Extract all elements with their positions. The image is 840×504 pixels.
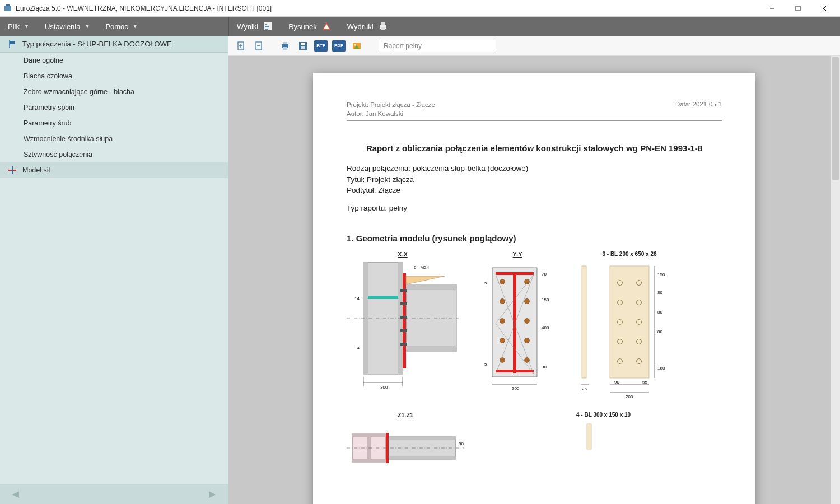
nav-prev-icon[interactable]: ◄ [10, 488, 21, 501]
tab-wydruki-label: Wydruki [347, 22, 374, 31]
svg-text:26: 26 [582, 386, 587, 391]
svg-rect-117 [587, 424, 591, 449]
sidebar-item-label: Blacha czołowa [24, 72, 72, 80]
export-rtf-button[interactable]: RTF [314, 39, 328, 53]
sidebar: Typ połączenia - SŁUP-BELKA DOCZOŁOWE Da… [0, 36, 228, 504]
drawings-row-2: Z1-Z1 [347, 412, 722, 468]
scrollbar-thumb[interactable] [832, 57, 839, 180]
svg-text:160: 160 [657, 366, 665, 371]
sidebar-item-label: Wzmocnienie środnika słupa [24, 135, 113, 143]
svg-rect-45 [400, 329, 407, 332]
sidebar-item-parametry-spoin[interactable]: Parametry spoin [0, 100, 228, 115]
close-button[interactable] [811, 0, 837, 17]
menu-pomoc-label: Pomoc [105, 22, 128, 31]
vertical-scrollbar[interactable] [831, 56, 840, 504]
nav-next-icon[interactable]: ► [207, 488, 218, 501]
content-area: RTF PDF Raport pełny Projekt: Projekt zł… [228, 36, 840, 504]
svg-rect-16 [10, 41, 15, 44]
svg-rect-18 [12, 166, 13, 174]
save-button[interactable] [296, 39, 310, 53]
svg-point-66 [525, 338, 530, 343]
svg-rect-39 [406, 346, 456, 352]
svg-rect-114 [389, 456, 456, 459]
menu-pomoc[interactable]: Pomoc▼ [97, 17, 145, 36]
date-line: Data: 2021-05-1 [675, 101, 722, 118]
svg-text:200: 200 [581, 430, 582, 438]
svg-text:80: 80 [657, 310, 662, 315]
preview-canvas[interactable]: Projekt: Projekt złącza - Złącze Autor: … [228, 56, 840, 504]
svg-rect-108 [352, 434, 386, 437]
sidebar-item-dane-ogolne[interactable]: Dane ogólne [0, 53, 228, 68]
svg-point-63 [500, 319, 505, 324]
svg-text:55: 55 [642, 380, 647, 385]
minimize-button[interactable] [759, 0, 785, 17]
sidebar-item-label: Żebro wzmacniające górne - blacha [24, 88, 134, 96]
sidebar-item-label: Parametry spoin [24, 104, 74, 111]
sidebar-header[interactable]: Typ połączenia - SŁUP-BELKA DOCZOŁOWE [0, 36, 228, 53]
svg-point-31 [354, 44, 356, 45]
svg-text:14: 14 [354, 346, 360, 351]
sidebar-item-sztywnosc[interactable]: Sztywność połączenia [0, 147, 228, 162]
plate3-svg: 650 26 [576, 260, 683, 400]
sidebar-item-zebro[interactable]: Żebro wzmacniające górne - blacha [0, 84, 228, 100]
tab-wydruki[interactable]: Wydruki [339, 17, 396, 36]
svg-rect-26 [283, 47, 287, 50]
maximize-button[interactable] [785, 0, 811, 17]
sidebar-item-label: Parametry śrub [24, 119, 71, 127]
tab-rysunek[interactable]: Rysunek [281, 17, 339, 36]
svg-point-62 [525, 299, 530, 304]
flag-icon [8, 40, 17, 49]
view-yy-label: Y-Y [513, 251, 522, 258]
view-z1-label: Z1-Z1 [398, 412, 413, 418]
export-image-button[interactable] [349, 39, 364, 53]
svg-point-65 [500, 338, 505, 343]
sidebar-item-parametry-srub[interactable]: Parametry śrub [0, 115, 228, 131]
svg-text:30: 30 [542, 365, 547, 370]
page-header: Projekt: Projekt złącza - Złącze Autor: … [347, 101, 722, 121]
view-yy-svg: 300 70 150 400 30 5 5 [481, 262, 554, 391]
svg-point-59 [500, 279, 505, 284]
menu-ustawienia[interactable]: Ustawienia▼ [37, 17, 98, 36]
svg-rect-113 [389, 437, 456, 440]
print-button[interactable] [278, 39, 292, 53]
page-remove-button[interactable] [252, 39, 267, 53]
svg-point-61 [500, 299, 505, 304]
svg-rect-42 [400, 289, 407, 292]
svg-point-64 [525, 319, 530, 324]
svg-rect-46 [400, 343, 407, 346]
svg-text:650: 650 [576, 317, 577, 325]
svg-point-60 [525, 279, 530, 284]
report-toolbar: RTF PDF Raport pełny [228, 36, 840, 56]
svg-rect-38 [406, 284, 456, 290]
svg-text:400: 400 [542, 325, 549, 330]
sidebar-item-model-sil[interactable]: Model sił [0, 162, 228, 178]
svg-rect-56 [513, 272, 516, 373]
view-z1-svg: 80 [347, 423, 464, 468]
svg-rect-7 [265, 24, 267, 25]
view-yy: Y-Y [481, 251, 554, 391]
page-add-button[interactable] [234, 39, 249, 53]
view-plate3: 3 - BL 200 x 650 x 26 650 26 [576, 251, 683, 400]
sidebar-item-blacha-czolowa[interactable]: Blacha czołowa [0, 68, 228, 84]
drawing-icon [321, 21, 332, 31]
svg-marker-40 [406, 276, 445, 284]
results-icon [263, 21, 273, 31]
tab-rysunek-label: Rysunek [288, 22, 317, 31]
svg-text:300: 300 [380, 385, 388, 390]
tab-wyniki[interactable]: Wyniki [229, 17, 281, 36]
plate4-caption: 4 - BL 300 x 150 x 10 [576, 412, 631, 418]
svg-text:200: 200 [626, 394, 633, 399]
svg-point-68 [525, 358, 530, 363]
section1-title: 1. Geometria modelu (rysunek poglądowy) [347, 234, 722, 243]
report-meta: Rodzaj połączenia: połączenia słup-belka… [347, 163, 722, 213]
svg-rect-13 [381, 22, 385, 25]
report-type-select[interactable]: Raport pełny [379, 40, 496, 52]
meta-tytul: Tytuł: Projekt złącza [347, 174, 722, 185]
svg-text:70: 70 [542, 272, 547, 277]
export-pdf-button[interactable]: PDF [332, 39, 346, 53]
sidebar-item-wzmocnienie[interactable]: Wzmocnienie środnika słupa [0, 131, 228, 147]
sidebar-header-label: Typ połączenia - SŁUP-BELKA DOCZOŁOWE [22, 40, 172, 48]
menu-plik[interactable]: Plik▼ [0, 17, 37, 36]
report-type-label: Raport pełny [384, 42, 422, 50]
sidebar-footer: ◄ ► [0, 484, 228, 504]
